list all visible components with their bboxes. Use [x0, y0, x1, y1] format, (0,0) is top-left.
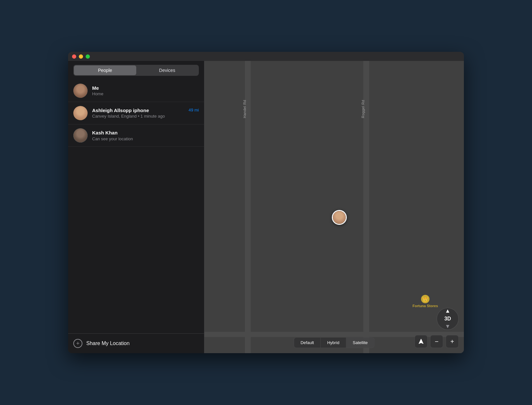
person-name-ashleigh: Ashleigh Allsopp iphone [92, 108, 149, 113]
location-arrow-icon [418, 339, 424, 344]
zoom-out-button[interactable]: − [430, 335, 443, 348]
avatar-face-me [73, 84, 88, 98]
minimize-button[interactable] [79, 54, 83, 59]
person-info-me: Me Home [92, 85, 199, 96]
compass-arrow-down [446, 325, 449, 328]
avatar-ashleigh [73, 106, 88, 120]
share-location-label: Share My Location [86, 341, 129, 346]
map-pin-face [333, 211, 346, 224]
sidebar: People Devices Me Home [68, 61, 204, 353]
maximize-button[interactable] [86, 54, 90, 59]
compass-3d-control[interactable]: 3D [437, 308, 459, 330]
person-item-kash[interactable]: Kash Khan Can see your location [68, 124, 204, 147]
share-location-button[interactable]: + Share My Location [68, 333, 204, 353]
app-window: People Devices Me Home [68, 52, 464, 353]
map-area: Handel Rd Roggel Rd 👑 Fortuna Stores 3D [204, 61, 464, 353]
person-detail-me: Home [92, 91, 199, 96]
avatar-me [73, 84, 88, 98]
person-info-ashleigh: Ashleigh Allsopp iphone 49 mi Canvey Isl… [92, 108, 199, 119]
person-info-kash: Kash Khan Can see your location [92, 130, 199, 141]
zoom-in-button[interactable]: + [446, 335, 459, 348]
avatar-face-ashleigh [73, 106, 88, 120]
person-distance-ashleigh: 49 mi [188, 108, 199, 112]
compass-ring: 3D [437, 308, 459, 330]
people-list: Me Home Ashleigh Allsopp iphone 49 mi [68, 80, 204, 333]
person-detail-kash: Can see your location [92, 136, 199, 141]
poi-fortuna-stores[interactable]: 👑 Fortuna Stores [413, 295, 438, 308]
content-area: People Devices Me Home [68, 61, 464, 353]
people-tab[interactable]: People [74, 65, 136, 75]
map-view-controls: Default Hybrid Satellite [294, 337, 374, 348]
compass-arrow-up [446, 309, 449, 313]
avatar-kash [73, 128, 88, 143]
map-default-button[interactable]: Default [294, 338, 320, 348]
road-label-roggel: Roggel Rd [361, 100, 365, 118]
person-name-me: Me [92, 85, 99, 91]
road-label-handel: Handel Rd [243, 100, 247, 118]
share-location-icon: + [73, 339, 82, 348]
map-hybrid-button[interactable]: Hybrid [321, 338, 346, 348]
person-detail-ashleigh: Canvey Island, England • 1 minute ago [92, 114, 199, 119]
location-button[interactable] [415, 335, 428, 348]
person-item-ashleigh[interactable]: Ashleigh Allsopp iphone 49 mi Canvey Isl… [68, 102, 204, 124]
title-bar [68, 52, 464, 61]
poi-icon-fortuna: 👑 [421, 295, 429, 303]
map-satellite-button[interactable]: Satellite [346, 338, 374, 348]
avatar-face-kash [73, 128, 88, 143]
devices-tab[interactable]: Devices [136, 65, 199, 75]
traffic-lights [72, 54, 90, 59]
compass-3d-label: 3D [444, 316, 451, 322]
map-pin-ashleigh[interactable] [332, 210, 347, 225]
person-item-me[interactable]: Me Home [68, 80, 204, 102]
segment-control: People Devices [73, 65, 199, 76]
poi-label-fortuna: Fortuna Stores [413, 304, 438, 308]
map-zoom-controls: − + [415, 335, 459, 348]
person-name-kash: Kash Khan [92, 130, 117, 135]
close-button[interactable] [72, 54, 76, 59]
